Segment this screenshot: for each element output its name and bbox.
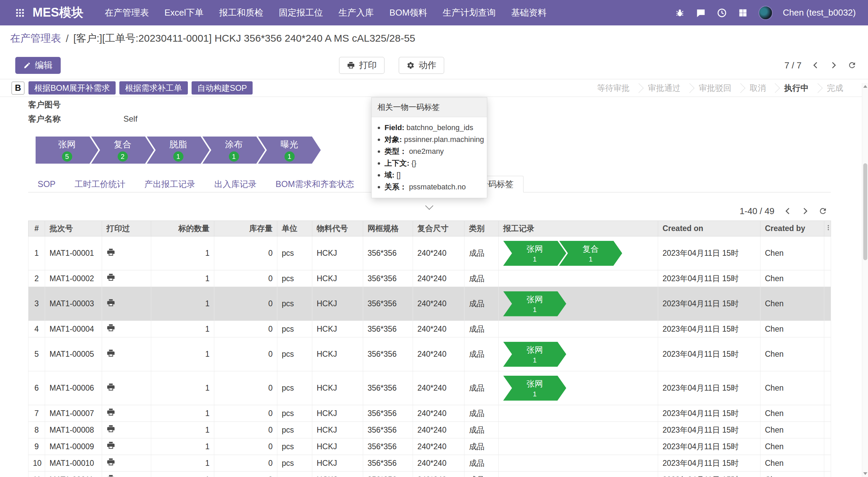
print-button[interactable]: 打印 bbox=[339, 57, 384, 74]
table-row[interactable]: 5MAT1-0000510pcsHCKJ356*356240*240成品张网12… bbox=[28, 337, 831, 371]
column-header-5[interactable]: 库存量 bbox=[214, 221, 277, 236]
work-record-arrow[interactable]: 复合1 bbox=[559, 241, 622, 266]
tab-5[interactable]: BOM需求和齐套状态 bbox=[266, 176, 364, 192]
status-step-5[interactable]: 执行中 bbox=[776, 79, 817, 97]
table-row[interactable]: 4MAT1-0000410pcsHCKJ356*356240*240成品2023… bbox=[28, 321, 831, 337]
debug-bug-icon[interactable] bbox=[674, 7, 685, 18]
column-header-12[interactable]: Created on bbox=[658, 221, 761, 236]
printer-icon[interactable] bbox=[106, 424, 115, 433]
cell-target-qty: 1 bbox=[151, 270, 214, 287]
status-step-6[interactable]: 完成 bbox=[818, 79, 852, 97]
status-step-1[interactable]: 等待审批 bbox=[589, 79, 638, 97]
action-button[interactable]: 动作 bbox=[399, 57, 444, 74]
pager-next-button[interactable] bbox=[829, 61, 838, 70]
cell-target-qty: 1 bbox=[151, 321, 214, 337]
process-step-5[interactable]: 曝光1 bbox=[258, 137, 321, 164]
printer-icon[interactable] bbox=[106, 248, 115, 257]
table-row[interactable]: 8MAT1-0000810pcsHCKJ356*356240*240成品2023… bbox=[28, 422, 831, 438]
cell-printed bbox=[102, 236, 151, 270]
work-record-arrow[interactable]: 张网1 bbox=[503, 291, 566, 316]
printer-icon[interactable] bbox=[106, 441, 115, 450]
tab-2[interactable]: 工时工价统计 bbox=[65, 176, 135, 192]
header-action-button-3[interactable]: 自动构建SOP bbox=[192, 81, 253, 95]
header-action-button-1[interactable]: 根据BOM展开补需求 bbox=[28, 81, 116, 95]
table-row[interactable]: 11MAT1-0001110pcsHCKJ356*356240*240成品202… bbox=[28, 472, 831, 477]
tab-1[interactable]: SOP bbox=[28, 176, 65, 192]
apps-menu-button[interactable] bbox=[12, 5, 28, 21]
process-step-2[interactable]: 复合2 bbox=[91, 137, 154, 164]
list-pager-next-button[interactable] bbox=[801, 207, 810, 215]
nav-item-7[interactable]: 生产计划查询 bbox=[435, 0, 504, 25]
table-row[interactable]: 3MAT1-0000310pcsHCKJ356*356240*240成品张网12… bbox=[28, 287, 831, 321]
vertical-scrollbar[interactable] bbox=[862, 83, 868, 477]
scrollbar-up-arrow[interactable] bbox=[863, 85, 867, 88]
nav-item-3[interactable]: 报工和质检 bbox=[212, 0, 271, 25]
nav-item-2[interactable]: Excel下单 bbox=[157, 0, 212, 25]
app-title[interactable]: MES模块 bbox=[33, 4, 83, 21]
process-step-4[interactable]: 涂布1 bbox=[202, 137, 265, 164]
column-header-11[interactable]: 报工记录 bbox=[499, 221, 658, 236]
cell-target-qty: 1 bbox=[151, 236, 214, 270]
column-header-3[interactable]: 打印过 bbox=[102, 221, 151, 236]
column-header-13[interactable]: Created by bbox=[761, 221, 824, 236]
user-avatar[interactable] bbox=[758, 6, 773, 20]
table-row[interactable]: 1MAT1-0000110pcsHCKJ356*356240*240成品张网1复… bbox=[28, 236, 831, 270]
status-step-3[interactable]: 审批驳回 bbox=[690, 79, 740, 97]
column-header-1[interactable]: # bbox=[28, 221, 45, 236]
printer-icon[interactable] bbox=[106, 324, 115, 332]
list-refresh-icon[interactable] bbox=[818, 207, 827, 215]
table-row[interactable]: 9MAT1-0000910pcsHCKJ356*356240*240成品2023… bbox=[28, 438, 831, 455]
column-header-8[interactable]: 网框规格 bbox=[363, 221, 413, 236]
nav-item-6[interactable]: BOM领料 bbox=[382, 0, 435, 25]
breadcrumb-parent-link[interactable]: 在产管理表 bbox=[10, 32, 61, 45]
field-debug-tooltip: 相关一物一码标签 Field: batchno_belong_ids对象: ps… bbox=[371, 97, 487, 198]
refresh-icon[interactable] bbox=[848, 61, 856, 70]
table-row[interactable]: 7MAT1-0000710pcsHCKJ356*356240*240成品2023… bbox=[28, 405, 831, 422]
printer-icon[interactable] bbox=[106, 408, 115, 417]
header-action-button-2[interactable]: 根据需求补工单 bbox=[119, 81, 188, 95]
process-step-3[interactable]: 脱脂1 bbox=[147, 137, 210, 164]
list-settings-icon[interactable] bbox=[824, 221, 831, 236]
nav-item-5[interactable]: 生产入库 bbox=[331, 0, 382, 25]
table-row[interactable]: 2MAT1-0000210pcsHCKJ356*356240*240成品2023… bbox=[28, 270, 831, 287]
printer-icon[interactable] bbox=[106, 349, 115, 358]
nav-item-8[interactable]: 基础资料 bbox=[504, 0, 554, 25]
column-header-9[interactable]: 复合尺寸 bbox=[413, 221, 465, 236]
scrollbar-down-arrow[interactable] bbox=[863, 472, 867, 475]
pager-prev-button[interactable] bbox=[811, 61, 820, 70]
table-row[interactable]: 10MAT1-0001010pcsHCKJ356*356240*240成品202… bbox=[28, 455, 831, 472]
column-header-7[interactable]: 物料代号 bbox=[312, 221, 363, 236]
column-header-2[interactable]: 批次号 bbox=[45, 221, 102, 236]
list-pager-count: 1-40 / 49 bbox=[739, 206, 774, 216]
status-step-2[interactable]: 审批通过 bbox=[639, 79, 689, 97]
column-header-10[interactable]: 类别 bbox=[465, 221, 499, 236]
column-header-4[interactable]: 标的数量 bbox=[151, 221, 214, 236]
table-row[interactable]: 6MAT1-0000610pcsHCKJ356*356240*240成品张网12… bbox=[28, 371, 831, 405]
printer-icon[interactable] bbox=[106, 458, 115, 466]
status-step-4[interactable]: 取消 bbox=[741, 79, 774, 97]
printer-icon[interactable] bbox=[106, 474, 115, 477]
work-record-arrow[interactable]: 张网1 bbox=[503, 241, 566, 266]
printer-icon[interactable] bbox=[106, 273, 115, 282]
work-record-count: 1 bbox=[533, 390, 536, 398]
nav-item-1[interactable]: 在产管理表 bbox=[97, 0, 157, 25]
cell-index: 9 bbox=[28, 438, 45, 455]
nav-item-4[interactable]: 固定报工位 bbox=[271, 0, 331, 25]
scrollbar-thumb[interactable] bbox=[863, 163, 867, 260]
list-pager-prev-button[interactable] bbox=[783, 207, 792, 215]
edit-button[interactable]: 编辑 bbox=[15, 57, 61, 74]
work-record-arrow[interactable]: 张网1 bbox=[503, 342, 566, 367]
activities-clock-icon[interactable] bbox=[716, 7, 727, 18]
messages-chat-icon[interactable] bbox=[695, 7, 706, 18]
tab-4[interactable]: 出入库记录 bbox=[205, 176, 266, 192]
work-record-arrow[interactable]: 张网1 bbox=[503, 376, 566, 401]
list-pager: 1-40 / 49 bbox=[739, 204, 827, 219]
column-header-6[interactable]: 单位 bbox=[277, 221, 312, 236]
printer-icon[interactable] bbox=[106, 298, 115, 307]
systray-grid-icon[interactable] bbox=[737, 7, 748, 18]
process-step-1[interactable]: 张网5 bbox=[36, 137, 98, 164]
printer-icon[interactable] bbox=[106, 383, 115, 392]
tab-3[interactable]: 产出报工记录 bbox=[135, 176, 205, 192]
user-name[interactable]: Chen (test_b0032) bbox=[783, 7, 856, 18]
bold-b-badge[interactable]: B bbox=[12, 82, 24, 95]
